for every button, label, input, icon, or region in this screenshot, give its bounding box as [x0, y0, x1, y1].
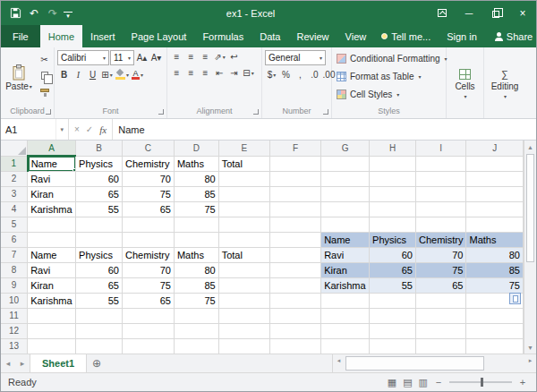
- cell-B1[interactable]: Physics: [76, 156, 123, 171]
- page-break-view-button[interactable]: ▥: [419, 377, 428, 388]
- cell-F1[interactable]: [270, 156, 321, 171]
- column-header-I[interactable]: I: [415, 141, 466, 156]
- cell-E8[interactable]: [218, 262, 269, 277]
- cell-C10[interactable]: 65: [122, 293, 174, 308]
- name-box[interactable]: A1 ▾: [1, 119, 69, 140]
- cell-B12[interactable]: [76, 323, 123, 338]
- cell-C3[interactable]: 75: [122, 186, 174, 201]
- insert-function-button[interactable]: fx: [99, 124, 107, 135]
- column-header-D[interactable]: D: [174, 141, 218, 156]
- cell-B4[interactable]: 55: [76, 201, 123, 217]
- cell-G1[interactable]: [321, 156, 370, 171]
- sheet-nav-left-icon[interactable]: ◂: [1, 354, 15, 372]
- cell-G4[interactable]: [321, 201, 370, 217]
- sheet-tab-sheet1[interactable]: Sheet1: [30, 354, 87, 372]
- column-header-G[interactable]: G: [321, 141, 370, 156]
- cell-F6[interactable]: [270, 232, 321, 247]
- cell-G8[interactable]: Kiran: [321, 262, 370, 277]
- scroll-right-icon[interactable]: ▸: [524, 354, 536, 367]
- cell-D13[interactable]: [174, 338, 218, 354]
- cell-C2[interactable]: 70: [122, 171, 174, 186]
- cell-F3[interactable]: [270, 186, 321, 201]
- shrink-font-button[interactable]: A▾: [149, 51, 163, 64]
- cell-A12[interactable]: [28, 323, 76, 338]
- cell-E6[interactable]: [218, 232, 269, 247]
- underline-button[interactable]: U: [86, 68, 99, 81]
- cell-C5[interactable]: [122, 217, 174, 232]
- scroll-down-icon[interactable]: ▼: [524, 341, 536, 354]
- cell-B11[interactable]: [76, 308, 123, 323]
- horizontal-scrollbar[interactable]: ◂ ▸: [332, 354, 536, 372]
- cell-G3[interactable]: [321, 186, 370, 201]
- enter-button[interactable]: ✓: [86, 124, 93, 134]
- row-header-1[interactable]: 1: [1, 156, 28, 171]
- cell-E3[interactable]: [218, 186, 269, 201]
- cell-E4[interactable]: [218, 201, 269, 217]
- paste-options-button[interactable]: [509, 293, 521, 304]
- vertical-scroll-track[interactable]: [524, 153, 536, 341]
- fill-handle[interactable]: [72, 168, 76, 172]
- cell-B3[interactable]: 65: [76, 186, 123, 201]
- number-format-select[interactable]: General▾: [265, 50, 326, 65]
- row-header-11[interactable]: 11: [1, 308, 28, 323]
- zoom-slider-thumb[interactable]: [481, 378, 483, 387]
- cell-D11[interactable]: [174, 308, 218, 323]
- cell-G13[interactable]: [321, 338, 370, 354]
- row-header-6[interactable]: 6: [1, 232, 28, 247]
- cell-I5[interactable]: [415, 217, 466, 232]
- row-header-7[interactable]: 7: [1, 247, 28, 262]
- alignment-dialog-launcher[interactable]: [253, 109, 259, 115]
- close-button[interactable]: ×: [509, 1, 536, 25]
- cell-B13[interactable]: [76, 338, 123, 354]
- cell-J11[interactable]: [466, 308, 524, 323]
- cell-I11[interactable]: [415, 308, 466, 323]
- cell-B2[interactable]: 60: [76, 171, 123, 186]
- cell-F11[interactable]: [270, 308, 321, 323]
- row-header-3[interactable]: 3: [1, 186, 28, 201]
- cell-G11[interactable]: [321, 308, 370, 323]
- bottom-align-button[interactable]: ≡: [199, 50, 212, 64]
- clipboard-dialog-launcher[interactable]: [46, 109, 51, 115]
- accounting-format-button[interactable]: $▾: [265, 68, 278, 81]
- column-header-B[interactable]: B: [76, 141, 123, 156]
- tab-page-layout[interactable]: Page Layout: [124, 25, 195, 47]
- vertical-scroll-thumb[interactable]: [526, 154, 534, 262]
- scroll-up-icon[interactable]: ▲: [524, 141, 536, 153]
- cell-H11[interactable]: [370, 308, 416, 323]
- increase-indent-button[interactable]: ⇥: [227, 66, 241, 80]
- cell-J5[interactable]: [466, 217, 524, 232]
- cell-D7[interactable]: Maths: [174, 247, 218, 262]
- cell-J9[interactable]: 75: [466, 277, 524, 293]
- cut-button[interactable]: ✂: [38, 53, 51, 66]
- cell-G10[interactable]: [321, 293, 370, 308]
- cell-J1[interactable]: [466, 156, 524, 171]
- cell-A4[interactable]: Karishma: [28, 201, 76, 217]
- page-layout-view-button[interactable]: ▤: [403, 377, 412, 388]
- cell-F8[interactable]: [270, 262, 321, 277]
- top-align-button[interactable]: ≡: [170, 50, 183, 64]
- cell-F12[interactable]: [270, 323, 321, 338]
- column-header-C[interactable]: C: [122, 141, 174, 156]
- cell-J8[interactable]: 85: [466, 262, 524, 277]
- cell-H13[interactable]: [370, 338, 416, 354]
- cell-B8[interactable]: 60: [76, 262, 123, 277]
- cells-button[interactable]: Cells ▾: [449, 50, 481, 118]
- tab-file[interactable]: File: [1, 25, 40, 47]
- row-header-8[interactable]: 8: [1, 262, 28, 277]
- cell-C7[interactable]: Chemistry: [122, 247, 174, 262]
- format-as-table-button[interactable]: Format as Table ▾: [335, 69, 443, 84]
- tab-data[interactable]: Data: [251, 25, 288, 47]
- cell-D6[interactable]: [174, 232, 218, 247]
- row-header-12[interactable]: 12: [1, 323, 28, 338]
- increase-decimal-button[interactable]: .0: [308, 68, 321, 81]
- row-header-2[interactable]: 2: [1, 171, 28, 186]
- cell-H7[interactable]: 60: [370, 247, 416, 262]
- tell-me-box[interactable]: Tell me...: [374, 25, 438, 47]
- wrap-text-button[interactable]: ↩: [227, 50, 241, 64]
- cell-I2[interactable]: [415, 171, 466, 186]
- cell-A9[interactable]: Kiran: [28, 277, 76, 293]
- cell-C9[interactable]: 75: [122, 277, 174, 293]
- undo-button[interactable]: ↶: [26, 4, 42, 22]
- cell-C11[interactable]: [122, 308, 174, 323]
- redo-button[interactable]: ↷: [45, 4, 61, 22]
